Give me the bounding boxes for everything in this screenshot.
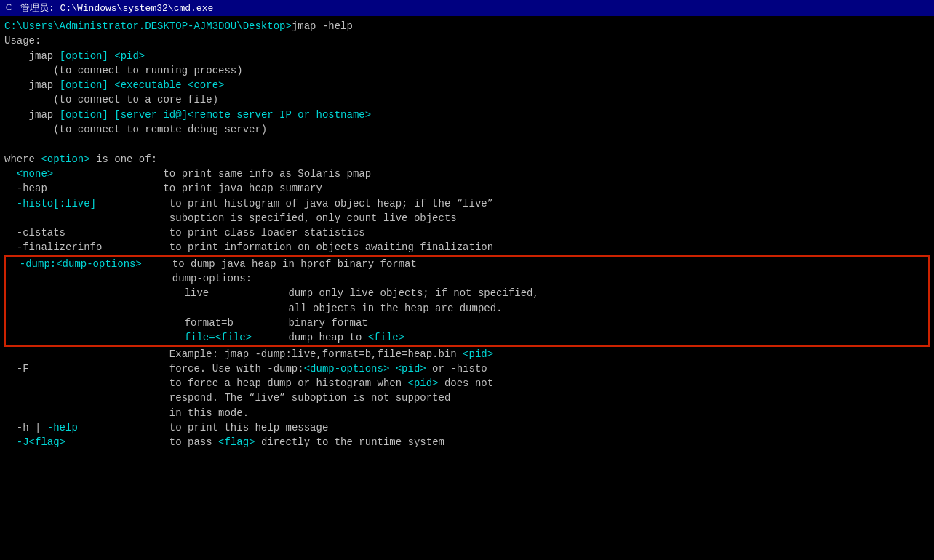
- terminal-line: C:\Users\Administrator.DESKTOP-AJM3DOU\D…: [4, 19, 930, 33]
- terminal-line: (to connect to remote debug server): [4, 122, 930, 137]
- terminal-line: all objects in the heap are dumped.: [7, 301, 927, 316]
- terminal-line: format=b binary format: [7, 316, 927, 330]
- terminal-line: -heap to print java heap summary: [4, 181, 930, 196]
- terminal-content: C:\Users\Administrator.DESKTOP-AJM3DOU\D…: [4, 19, 930, 450]
- terminal-line: <none> to print same info as Solaris pma…: [4, 167, 930, 181]
- terminal-line: -F force. Use with -dump:<dump-options> …: [4, 361, 930, 376]
- terminal-line: dump-options:: [7, 271, 927, 286]
- terminal-line: (to connect to a core file): [4, 92, 930, 107]
- terminal-line: -h | -help to print this help message: [4, 420, 930, 435]
- terminal-line: [4, 137, 930, 151]
- highlighted-block: -dump:<dump-options> to dump java heap i…: [4, 255, 930, 347]
- svg-text:C: C: [6, 2, 12, 12]
- terminal-line: jmap [option] <pid>: [4, 49, 930, 63]
- terminal-line: suboption is specified, only count live …: [4, 211, 930, 225]
- terminal-line: jmap [option] <executable <core>: [4, 78, 930, 92]
- terminal-line: -clstats to print class loader statistic…: [4, 225, 930, 240]
- terminal: C:\Users\Administrator.DESKTOP-AJM3DOU\D…: [0, 16, 934, 560]
- terminal-line: Usage:: [4, 33, 930, 48]
- terminal-line: jmap [option] [server_id@]<remote server…: [4, 108, 930, 122]
- title-bar-label: 管理员: C:\Windows\system32\cmd.exe: [20, 1, 213, 15]
- terminal-line: -histo[:live] to print histogram of java…: [4, 196, 930, 211]
- terminal-line: to force a heap dump or histogram when <…: [4, 376, 930, 391]
- terminal-line: respond. The “live” suboption is not sup…: [4, 391, 930, 405]
- terminal-line: (to connect to running process): [4, 63, 930, 78]
- cmd-icon: C: [4, 1, 16, 15]
- title-bar: C 管理员: C:\Windows\system32\cmd.exe: [0, 0, 934, 16]
- terminal-line: -finalizerinfo to print information on o…: [4, 240, 930, 255]
- terminal-line: -J<flag> to pass <flag> directly to the …: [4, 435, 930, 449]
- terminal-line: in this mode.: [4, 406, 930, 420]
- terminal-line: where <option> is one of:: [4, 152, 930, 167]
- terminal-line: -dump:<dump-options> to dump java heap i…: [7, 257, 927, 271]
- terminal-line: live dump only live objects; if not spec…: [7, 286, 927, 300]
- terminal-line: Example: jmap -dump:live,format=b,file=h…: [4, 347, 930, 361]
- terminal-line: file=<file> dump heap to <file>: [7, 330, 927, 345]
